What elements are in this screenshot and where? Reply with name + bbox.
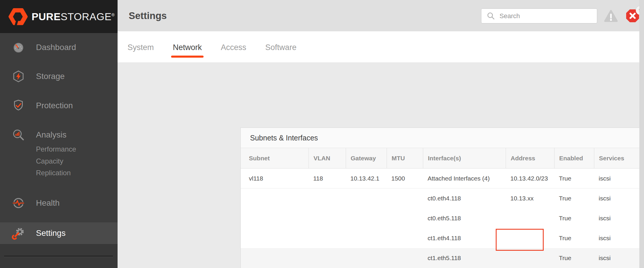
cell-address-redacted: 10.13.xx bbox=[506, 188, 554, 208]
tab-software[interactable]: Software bbox=[265, 43, 297, 62]
sidebar-subitem-performance[interactable]: Performance bbox=[36, 143, 76, 155]
sidebar: PURESTORAGE® ◂ Dashboard Storage Protect… bbox=[0, 0, 118, 268]
purestorage-logo-icon bbox=[8, 7, 28, 27]
cell-enabled: True bbox=[554, 228, 594, 248]
table-row: ct1.eth5.118Trueiscsi bbox=[241, 248, 644, 268]
column-header-enabled: Enabled bbox=[554, 148, 594, 168]
sidebar-item-label: Dashboard bbox=[36, 43, 76, 52]
cell-services: iscsi bbox=[594, 228, 644, 248]
sidebar-item-health[interactable]: Health bbox=[0, 195, 118, 211]
cell-address bbox=[506, 248, 554, 268]
scrollbar-track[interactable] bbox=[639, 0, 644, 268]
column-header-mtu: MTU bbox=[387, 148, 423, 168]
cell-services: iscsi bbox=[594, 248, 644, 268]
table-row: ct0.eth5.118Trueiscsi bbox=[241, 208, 644, 228]
sidebar-subitem-replication[interactable]: Replication bbox=[36, 167, 71, 179]
tab-bar: SystemNetworkAccessSoftware bbox=[118, 31, 644, 62]
tab-network[interactable]: Network bbox=[173, 43, 202, 62]
cell-gateway: 10.13.42.1 bbox=[346, 169, 387, 188]
column-header-interface: Interface(s) bbox=[423, 148, 506, 168]
cell-vlan bbox=[309, 188, 346, 208]
table-body: vl11811810.13.42.11500Attached Interface… bbox=[241, 169, 644, 268]
cell-vlan bbox=[309, 208, 346, 228]
sidebar-item-storage[interactable]: Storage bbox=[0, 68, 118, 85]
table-row: ct1.eth4.118Trueiscsi bbox=[241, 228, 644, 248]
panel-title: Subnets & Interfaces bbox=[250, 134, 318, 142]
sidebar-item-label: Settings bbox=[36, 229, 66, 238]
cell-gateway bbox=[346, 248, 387, 268]
cell-subnet bbox=[241, 248, 309, 268]
table-row: vl11811810.13.42.11500Attached Interface… bbox=[241, 169, 644, 188]
cell-address: 10.13.42.0/23 bbox=[506, 169, 554, 188]
subnets-interfaces-panel: Subnets & Interfaces SubnetVLANGatewayMT… bbox=[240, 128, 644, 268]
cell-services: iscsi bbox=[594, 188, 644, 208]
column-header-subnet: Subnet bbox=[241, 148, 309, 168]
tab-system[interactable]: System bbox=[128, 43, 154, 62]
cell-address bbox=[506, 228, 554, 248]
cell-gateway bbox=[346, 208, 387, 228]
logo[interactable]: PURESTORAGE® ◂ bbox=[0, 0, 118, 33]
column-header-vlan: VLAN bbox=[309, 148, 346, 168]
cell-vlan bbox=[309, 228, 346, 248]
column-header-gateway: Gateway bbox=[346, 148, 387, 168]
sidebar-divider bbox=[4, 256, 113, 257]
cell-interface: ct0.eth5.118 bbox=[423, 208, 506, 228]
gauge-icon bbox=[12, 41, 25, 54]
search-box bbox=[481, 8, 597, 23]
sidebar-item-settings[interactable]: Settings bbox=[0, 222, 118, 244]
cell-interface: ct0.eth4.118 bbox=[423, 188, 506, 208]
search-icon bbox=[487, 12, 495, 20]
cell-enabled: True bbox=[554, 169, 594, 188]
sidebar-item-dashboard[interactable]: Dashboard bbox=[0, 39, 118, 56]
cell-subnet bbox=[241, 228, 309, 248]
content-area: Subnets & Interfaces SubnetVLANGatewayMT… bbox=[118, 62, 644, 268]
heartbeat-icon bbox=[12, 196, 25, 210]
cell-services: iscsi bbox=[594, 208, 644, 228]
cell-mtu bbox=[387, 248, 423, 268]
search-input[interactable] bbox=[500, 12, 593, 20]
sidebar-item-protection[interactable]: Protection bbox=[0, 97, 118, 114]
column-header-address: Address bbox=[506, 148, 554, 168]
sidebar-item-analysis[interactable]: Analysis bbox=[0, 127, 118, 143]
cell-enabled: True bbox=[554, 248, 594, 268]
cell-mtu: 1500 bbox=[387, 169, 423, 188]
cell-subnet bbox=[241, 208, 309, 228]
app-window: PURESTORAGE® ◂ Dashboard Storage Protect… bbox=[0, 0, 644, 268]
page-title: Settings bbox=[129, 0, 167, 31]
cell-interface: ct1.eth5.118 bbox=[423, 248, 506, 268]
cell-enabled: True bbox=[554, 208, 594, 228]
sidebar-item-label: Protection bbox=[36, 101, 73, 110]
cell-services: iscsi bbox=[594, 169, 644, 188]
cell-interface: Attached Interfaces (4) bbox=[423, 169, 506, 188]
wrench-gear-icon bbox=[12, 226, 25, 240]
column-header-services: Services bbox=[594, 148, 644, 168]
shield-check-icon bbox=[12, 99, 25, 112]
top-bar: Settings 9 bbox=[118, 0, 644, 31]
table-row: ct0.eth4.11810.13.xxTrueiscsi bbox=[241, 188, 644, 208]
storage-hexagon-icon bbox=[12, 70, 25, 83]
cell-subnet: vl118 bbox=[241, 169, 309, 188]
magnifier-chart-icon bbox=[12, 128, 25, 142]
logo-wordmark: PURESTORAGE® bbox=[32, 11, 115, 23]
cell-gateway bbox=[346, 228, 387, 248]
tab-access[interactable]: Access bbox=[221, 43, 246, 62]
sidebar-item-label: Health bbox=[36, 198, 60, 208]
cell-vlan bbox=[309, 248, 346, 268]
cell-mtu bbox=[387, 208, 423, 228]
panel-header: Subnets & Interfaces bbox=[241, 128, 644, 148]
table-header-row: SubnetVLANGatewayMTUInterface(s)AddressE… bbox=[241, 148, 644, 169]
cell-mtu bbox=[387, 188, 423, 208]
cell-subnet bbox=[241, 188, 309, 208]
warning-indicator-icon[interactable] bbox=[604, 9, 618, 23]
cell-enabled: True bbox=[554, 188, 594, 208]
sidebar-item-label: Analysis bbox=[36, 130, 66, 140]
sidebar-subitem-capacity[interactable]: Capacity bbox=[36, 155, 63, 167]
cell-interface: ct1.eth4.118 bbox=[423, 228, 506, 248]
cell-mtu bbox=[387, 228, 423, 248]
cell-address bbox=[506, 208, 554, 228]
cell-gateway bbox=[346, 188, 387, 208]
sidebar-item-label: Storage bbox=[36, 72, 65, 81]
cell-vlan: 118 bbox=[309, 169, 346, 188]
